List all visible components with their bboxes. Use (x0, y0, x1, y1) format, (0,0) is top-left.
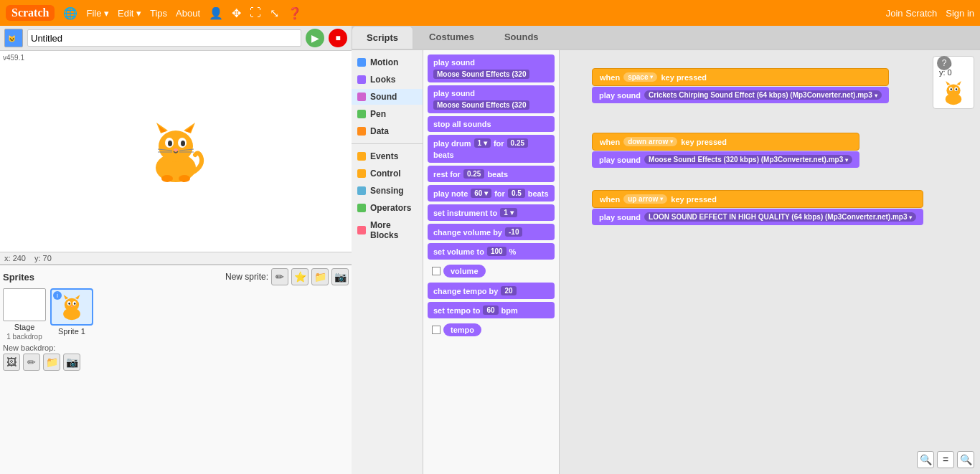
new-backdrop-area: New backdrop: 🖼 ✏ 📁 📷 (3, 343, 349, 371)
block-play-note[interactable]: play note 60 ▾ for 0.5 beats (428, 185, 555, 202)
globe-icon[interactable]: 🌐 (63, 6, 77, 20)
blocks-area: Motion Looks Sound Pen Data (352, 50, 980, 474)
block-when-space[interactable]: when space ▾ key pressed (592, 68, 889, 86)
upload-sprite-button[interactable]: 📁 (311, 268, 329, 285)
svg-point-27 (71, 305, 73, 307)
move-icon[interactable]: ✥ (232, 6, 241, 20)
cat-operators-label: Operators (370, 203, 411, 213)
block-change-tempo[interactable]: change tempo by 20 (428, 283, 555, 299)
project-name-input[interactable] (27, 29, 301, 47)
block-set-volume[interactable]: set volume to 100 % (428, 243, 555, 260)
new-sprite-area: New sprite: ✏ ⭐ 📁 📷 (225, 268, 349, 285)
new-backdrop-label: New backdrop: (3, 343, 55, 352)
cat-data[interactable]: Data (352, 123, 423, 139)
backdrop-btn-row: 🖼 ✏ 📁 📷 (3, 354, 349, 371)
zoom-out-button[interactable]: 🔍 (917, 451, 934, 468)
svg-point-11 (181, 141, 185, 146)
sprite1-label: Sprite 1 (58, 327, 85, 336)
space-key-pill[interactable]: space ▾ (623, 72, 657, 82)
person-icon[interactable]: 👤 (209, 6, 223, 20)
tab-scripts[interactable]: Scripts (352, 26, 413, 49)
menu-about[interactable]: About (176, 8, 200, 19)
tab-sounds[interactable]: Sounds (490, 26, 553, 49)
block-volume-reporter[interactable]: volume (443, 265, 486, 278)
camera-sprite-button[interactable]: 📷 (331, 268, 349, 285)
cat-looks[interactable]: Looks (352, 72, 423, 87)
menu-file[interactable]: File ▾ (86, 8, 109, 19)
scratch-logo[interactable]: Scratch (6, 5, 55, 21)
sprite1-item[interactable]: i Sprite 1 (50, 288, 93, 336)
cat-sensing[interactable]: Sensing (352, 183, 423, 199)
svg-point-34 (951, 88, 952, 90)
cat-motion[interactable]: Motion (352, 54, 423, 70)
block-when-up-arrow[interactable]: when up arrow ▾ key pressed (592, 190, 923, 208)
block-rest-for[interactable]: rest for 0.25 beats (428, 166, 555, 182)
block-play-sound-2[interactable]: play sound Moose Sound Effects (320 (428, 85, 555, 113)
svg-point-17 (161, 175, 173, 182)
upload-backdrop-button[interactable]: 📁 (43, 354, 60, 371)
svg-marker-22 (75, 295, 80, 299)
sign-in-link[interactable]: Sign in (946, 8, 974, 19)
cat-pen-label: Pen (370, 109, 386, 119)
cat-control[interactable]: Control (352, 166, 423, 181)
block-play-loon[interactable]: play sound LOON SOUND EFFECT IN HIGH QUA… (592, 209, 923, 225)
shrink-icon[interactable]: ⤡ (270, 6, 279, 20)
stage-toolbar: 🐱 ▶ ■ (0, 26, 352, 51)
sprites-panel: Sprites New sprite: ✏ ⭐ 📁 📷 Stage 1 back… (0, 265, 352, 474)
block-stop-all-sounds[interactable]: stop all sounds (428, 116, 555, 132)
tab-costumes[interactable]: Costumes (415, 26, 489, 49)
green-flag-button[interactable]: ▶ (306, 29, 324, 47)
down-arrow-key-pill[interactable]: down arrow ▾ (623, 137, 677, 146)
zoom-in-button[interactable]: 🔍 (957, 451, 974, 468)
data-dot (357, 127, 366, 136)
block-set-instrument[interactable]: set instrument to 1 ▾ (428, 204, 555, 221)
join-scratch-link[interactable]: Join Scratch (886, 8, 938, 19)
zoom-reset-button[interactable]: = (937, 451, 954, 468)
block-when-down-arrow[interactable]: when down arrow ▾ key pressed (592, 133, 859, 151)
sprite-info-badge[interactable]: i (53, 291, 62, 300)
tempo-checkbox[interactable] (432, 326, 440, 334)
right-panel: Scripts Costumes Sounds Motion Looks Sou… (352, 26, 980, 474)
block-play-drum[interactable]: play drum 1 ▾ for 0.25 beats (428, 135, 555, 163)
svg-point-18 (179, 175, 190, 182)
cat-operators[interactable]: Operators (352, 200, 423, 216)
category-palette: Motion Looks Sound Pen Data (352, 50, 423, 474)
svg-text:🐱: 🐱 (8, 34, 17, 43)
crickets-sound-pill[interactable]: Crickets Chirping Sound Effect (64 kbps)… (644, 90, 882, 100)
top-nav: Scratch 🌐 File ▾ Edit ▾ Tips About 👤 ✥ ⛶… (0, 0, 980, 26)
sound-dot (357, 93, 366, 101)
block-play-crickets[interactable]: play sound Crickets Chirping Sound Effec… (592, 87, 889, 103)
loon-sound-pill[interactable]: LOON SOUND EFFECT IN HIGH QUALITY (64 kb… (644, 212, 916, 222)
cat-pen[interactable]: Pen (352, 106, 423, 122)
paint-backdrop-button[interactable]: 🖼 (3, 354, 20, 371)
sprite1-image-box: i (50, 288, 93, 326)
moose-sound-pill[interactable]: Moose Sound Effects (320 kbps) (Mp3Conve… (644, 155, 852, 164)
cat-more-blocks[interactable]: More Blocks (352, 217, 423, 243)
svg-marker-31 (956, 81, 961, 85)
menu-tips[interactable]: Tips (150, 8, 167, 19)
block-play-moose-down[interactable]: play sound Moose Sound Effects (320 kbps… (592, 151, 859, 168)
block-set-tempo[interactable]: set tempo to 60 bpm (428, 302, 555, 318)
volume-checkbox[interactable] (432, 267, 440, 275)
cat-sprite (143, 119, 208, 184)
up-arrow-key-pill[interactable]: up arrow ▾ (623, 194, 667, 204)
menu-edit[interactable]: Edit ▾ (118, 8, 141, 19)
help-button[interactable]: ? (937, 56, 951, 70)
block-tempo-reporter[interactable]: tempo (443, 323, 481, 336)
block-play-sound-1[interactable]: play sound Moose Sound Effects (320 (428, 54, 555, 82)
paint-sprite-button[interactable]: ✏ (271, 268, 288, 285)
cat-events[interactable]: Events (352, 148, 423, 164)
camera-backdrop-button[interactable]: 📷 (63, 354, 80, 371)
help-circle-icon[interactable]: ❓ (288, 6, 302, 20)
stage-coords: x: 240 y: 70 (0, 252, 352, 264)
block-change-volume[interactable]: change volume by -10 (428, 224, 555, 240)
svg-point-10 (168, 141, 172, 146)
svg-point-20 (65, 298, 79, 312)
stage-thumbnail[interactable]: Stage 1 backdrop (3, 288, 46, 341)
stop-button[interactable]: ■ (329, 29, 347, 47)
stamp-sprite-button[interactable]: ⭐ (291, 268, 308, 285)
x-coord: x: 240 (4, 254, 26, 262)
cat-sound[interactable]: Sound (352, 89, 423, 105)
edit-backdrop-button[interactable]: ✏ (23, 354, 40, 371)
fullscreen-icon[interactable]: ⛶ (250, 6, 261, 19)
